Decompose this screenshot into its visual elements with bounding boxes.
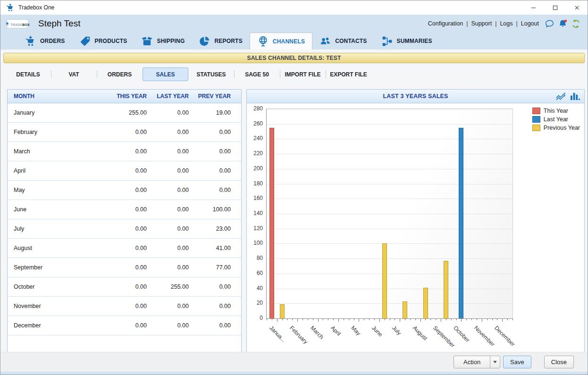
table-row-august[interactable]: August 0.00 0.00 41.00 [8, 239, 241, 258]
x-axis-label: December [493, 325, 516, 348]
y-axis-label: 240 [253, 135, 263, 142]
chart-plot-frame [266, 108, 513, 319]
gridline [267, 154, 512, 154]
axis-tick [512, 319, 513, 320]
save-button[interactable]: Save [503, 356, 531, 368]
y-axis-label: 160 [253, 195, 263, 201]
subtab-sales[interactable]: SALES [143, 67, 188, 81]
axis-tick [292, 319, 293, 320]
nav-tab-summaries[interactable]: SUMMARIES [374, 33, 439, 50]
cell-last-year: 0.00 [147, 148, 189, 155]
table-row-july[interactable]: July 0.00 0.00 23.00 [8, 219, 241, 239]
header-link-configuration[interactable]: Configuration [428, 20, 471, 27]
bar-chart-toggle-icon[interactable] [570, 92, 580, 101]
cell-this-year: 0.00 [105, 167, 147, 174]
nav-tab-label: ORDERS [40, 38, 65, 44]
subtab-export-file[interactable]: EXPORT FILE [326, 67, 371, 81]
y-axis-label: 260 [253, 120, 263, 127]
table-row-december[interactable]: December 0.00 0.00 0.00 [8, 316, 241, 335]
subtab-orders[interactable]: ORDERS [97, 67, 143, 81]
subtab-statuses[interactable]: STATUSES [188, 67, 234, 81]
nav-tab-shipping[interactable]: SHIPPING [134, 33, 192, 50]
close-panel-button[interactable]: Close [544, 356, 574, 368]
cell-month: February [8, 129, 105, 135]
cell-prev-year: 0.00 [189, 283, 231, 290]
tradebox-mini-cart-icon [5, 22, 9, 26]
table-row-november[interactable]: November 0.00 0.00 0.00 [8, 297, 241, 316]
axis-tick [415, 319, 416, 320]
cell-month: May [8, 187, 105, 193]
axis-tick [344, 319, 344, 320]
close-button[interactable] [566, 0, 588, 15]
column-header-month[interactable]: MONTH [8, 93, 105, 100]
cell-prev-year: 41.00 [189, 245, 231, 251]
globe-icon [257, 35, 269, 47]
table-row-may[interactable]: May 0.00 0.00 0.00 [8, 181, 241, 200]
cell-prev-year: 0.00 [189, 167, 231, 174]
y-axis-label: 40 [257, 285, 263, 292]
chat-bubble-icon[interactable] [545, 19, 554, 29]
column-header-prev-year[interactable]: PREV YEAR [189, 93, 231, 100]
cell-this-year: 0.00 [105, 225, 147, 232]
axis-tick [410, 319, 411, 320]
header-link-logs[interactable]: Logs [500, 20, 521, 27]
minimize-button[interactable] [522, 0, 544, 15]
table-row-january[interactable]: January 255.00 0.00 19.00 [8, 103, 241, 123]
nav-tab-products[interactable]: PRODUCTS [72, 33, 134, 50]
tradebox-brand-badge: TRADEBOX [7, 20, 28, 28]
nav-tab-label: CONTACTS [335, 38, 367, 44]
bar-previous-year-june [382, 243, 387, 318]
flow-icon [381, 35, 393, 47]
header-link-logout[interactable]: Logout [521, 20, 539, 27]
action-button[interactable]: Action [454, 356, 490, 368]
action-split-button: Action [454, 356, 500, 368]
notifications-bell-icon[interactable] [558, 19, 568, 29]
axis-tick [364, 319, 364, 320]
table-row-march[interactable]: March 0.00 0.00 0.00 [8, 142, 241, 161]
y-axis-label: 200 [253, 165, 263, 172]
table-row-september[interactable]: September 0.00 0.00 77.00 [8, 258, 241, 277]
nav-tab-channels[interactable]: CHANNELS [250, 33, 312, 50]
window-title: Tradebox One [18, 4, 54, 11]
header-link-support[interactable]: Support [471, 20, 500, 27]
subtab-import-file[interactable]: IMPORT FILE [280, 67, 326, 81]
nav-tab-reports[interactable]: REPORTS [192, 33, 249, 50]
subtab-label: IMPORT FILE [285, 71, 321, 78]
action-dropdown-button[interactable] [490, 356, 500, 368]
maximize-button[interactable] [544, 0, 566, 15]
column-header-this-year[interactable]: THIS YEAR [105, 93, 147, 100]
x-axis-label: July [391, 325, 403, 336]
x-axis-label: August [412, 325, 428, 342]
y-axis-label: 120 [253, 225, 263, 232]
table-row-june[interactable]: June 0.00 0.00 100.00 [8, 200, 241, 219]
axis-tick [405, 319, 405, 320]
cell-last-year: 0.00 [147, 322, 189, 329]
line-chart-toggle-icon[interactable] [555, 92, 566, 101]
cell-last-year: 0.00 [147, 129, 189, 135]
table-row-october[interactable]: October 0.00 255.00 0.00 [8, 277, 241, 297]
people-icon [319, 35, 331, 47]
y-axis-label: 100 [253, 240, 263, 246]
axis-tick [328, 319, 328, 320]
table-row-april[interactable]: April 0.00 0.00 0.00 [8, 161, 241, 181]
nav-tab-label: SUMMARIES [397, 38, 432, 44]
table-row-february[interactable]: February 0.00 0.00 0.00 [8, 123, 241, 142]
gridline [267, 109, 512, 109]
nav-tab-orders[interactable]: ORDERS [17, 33, 72, 50]
main-content: MONTH THIS YEAR LAST YEAR PREV YEAR Janu… [0, 81, 588, 353]
subtab-sage-50[interactable]: SAGE 50 [234, 67, 280, 81]
column-header-last-year[interactable]: LAST YEAR [147, 93, 189, 100]
nav-tabs: ORDERS PRODUCTS SHIPPING REPORTS CHANNEL… [0, 33, 588, 50]
subtab-vat[interactable]: VAT [51, 67, 97, 81]
x-axis-label: June [370, 325, 384, 338]
bar-previous-year-september [444, 261, 448, 318]
window-bottom-edge [0, 372, 588, 375]
bar-last-year-october [459, 128, 463, 318]
subtab-label: SAGE 50 [245, 71, 269, 78]
nav-tab-contacts[interactable]: CONTACTS [312, 33, 374, 50]
cell-last-year: 255.00 [147, 283, 189, 290]
x-axis-label: February [288, 325, 309, 345]
nav-tab-label: REPORTS [214, 38, 242, 44]
subtab-details[interactable]: DETAILS [5, 67, 51, 81]
refresh-icon[interactable] [571, 19, 581, 29]
